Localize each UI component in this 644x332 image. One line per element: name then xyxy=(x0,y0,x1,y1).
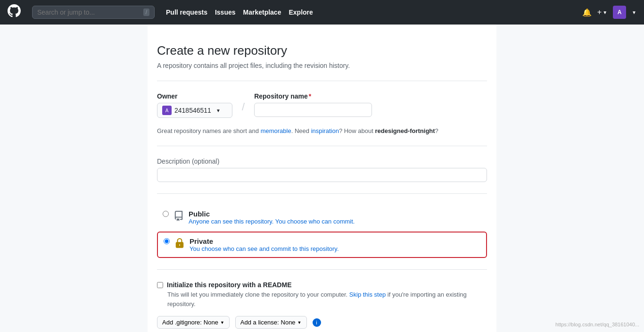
init-description: This will let you immediately clone the … xyxy=(167,290,487,308)
plus-icon: + xyxy=(597,8,602,17)
page-subtitle: A repository contains all project files,… xyxy=(157,62,487,69)
owner-group: Owner A 2418546511 ▼ xyxy=(157,92,232,118)
public-radio[interactable] xyxy=(163,211,169,217)
gitignore-value: None xyxy=(204,319,218,326)
search-slash-icon: / xyxy=(143,8,149,16)
license-chevron-icon: ▼ xyxy=(297,320,302,325)
license-dropdown[interactable]: Add a license: None ▼ xyxy=(235,316,307,329)
private-option[interactable]: Private You choose who can see and commi… xyxy=(157,232,487,258)
owner-avatar: A xyxy=(162,106,172,115)
public-option[interactable]: Public Anyone can see this repository. Y… xyxy=(157,205,487,230)
navbar: / Pull requests Issues Marketplace Explo… xyxy=(0,0,644,25)
init-checkbox[interactable] xyxy=(157,282,163,288)
desc-divider xyxy=(157,193,487,194)
memorable-link[interactable]: memorable xyxy=(261,127,291,134)
public-title: Public xyxy=(189,210,355,218)
inspiration-link[interactable]: inspiration xyxy=(311,127,339,134)
search-bar[interactable]: / xyxy=(32,6,155,19)
description-input[interactable] xyxy=(157,168,487,182)
nav-links: Pull requests Issues Marketplace Explore xyxy=(166,8,313,16)
public-content: Public Anyone can see this repository. Y… xyxy=(189,210,355,225)
top-divider xyxy=(157,81,487,81)
description-section: Description (optional) xyxy=(157,158,487,182)
page-title: Create a new repository xyxy=(157,43,487,58)
nav-pull-requests[interactable]: Pull requests xyxy=(166,8,207,16)
owner-chevron-icon: ▼ xyxy=(216,108,221,113)
bell-icon: 🔔 xyxy=(582,8,592,17)
init-checkbox-row: Initialize this repository with a README xyxy=(157,281,487,289)
owner-select[interactable]: A 2418546511 ▼ xyxy=(157,103,232,118)
watermark: https://blog.csdn.net/qq_38161040... xyxy=(555,322,639,327)
repo-name-input[interactable] xyxy=(254,103,372,117)
private-title: Private xyxy=(190,237,339,245)
owner-label: Owner xyxy=(157,92,232,100)
search-input[interactable] xyxy=(37,8,140,16)
info-icon[interactable]: i xyxy=(313,318,321,327)
owner-repo-row: Owner A 2418546511 ▼ / Repository name* xyxy=(157,92,487,118)
new-item-button[interactable]: + ▼ xyxy=(597,8,607,17)
private-icon xyxy=(174,238,185,251)
license-value: None xyxy=(281,319,296,326)
nav-explore[interactable]: Explore xyxy=(289,8,313,16)
private-radio[interactable] xyxy=(164,238,170,244)
user-avatar[interactable]: A xyxy=(613,6,626,19)
public-desc: Anyone can see this repository. You choo… xyxy=(189,218,355,225)
gitignore-label: Add .gitignore: xyxy=(162,319,202,326)
gitignore-dropdown[interactable]: Add .gitignore: None ▼ xyxy=(157,316,230,329)
nav-issues[interactable]: Issues xyxy=(215,8,236,16)
init-label: Initialize this repository with a README xyxy=(167,281,291,289)
github-logo[interactable] xyxy=(8,4,21,20)
avatar-chevron-icon: ▼ xyxy=(632,10,636,15)
private-content: Private You choose who can see and commi… xyxy=(190,237,339,252)
public-icon xyxy=(173,211,184,224)
repo-name-group: Repository name* xyxy=(254,92,372,117)
optional-label: (optional) xyxy=(192,158,219,165)
required-star: * xyxy=(309,92,311,100)
owner-repo-separator: / xyxy=(242,92,245,113)
suggestion-text: redesigned-fortnight xyxy=(375,127,435,134)
skip-step-link[interactable]: Skip this step xyxy=(349,291,386,298)
visibility-divider xyxy=(157,269,487,270)
dropdowns-row: Add .gitignore: None ▼ Add a license: No… xyxy=(157,316,487,329)
owner-name: 2418546511 xyxy=(174,107,211,114)
description-label: Description (optional) xyxy=(157,158,487,165)
mid-divider xyxy=(157,146,487,146)
chevron-down-icon: ▼ xyxy=(603,10,607,15)
license-label: Add a license: xyxy=(240,319,279,326)
inspiration-text: Great repository names are short and mem… xyxy=(157,127,487,134)
init-section: Initialize this repository with a README… xyxy=(157,281,487,308)
repo-name-label: Repository name* xyxy=(254,92,372,100)
main-content: Create a new repository A repository con… xyxy=(148,25,496,332)
notifications-button[interactable]: 🔔 xyxy=(582,8,592,17)
gitignore-chevron-icon: ▼ xyxy=(220,320,224,325)
private-desc: You choose who can see and commit to thi… xyxy=(190,245,339,252)
nav-marketplace[interactable]: Marketplace xyxy=(243,8,281,16)
navbar-right: 🔔 + ▼ A ▼ xyxy=(582,6,636,19)
